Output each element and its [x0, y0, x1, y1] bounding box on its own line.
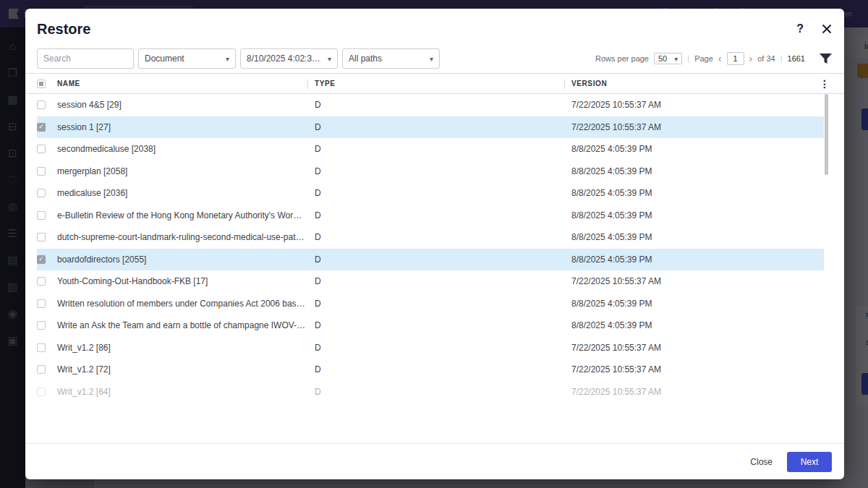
- row-checkbox[interactable]: [37, 123, 46, 132]
- row-type: D: [315, 254, 571, 265]
- row-version: 8/8/2025 4:05:39 PM: [571, 320, 824, 330]
- column-header-type[interactable]: TYPE: [315, 80, 571, 87]
- filter-bar: Document ▾ 8/10/2025 4:02:37... ▾ All pa…: [37, 48, 833, 69]
- table-row[interactable]: mergerplan [2058]D8/8/2025 4:05:39 PM: [37, 160, 824, 183]
- table-row[interactable]: Writ_v1.2 [64]D7/22/2025 10:55:37 AM: [37, 381, 824, 403]
- column-options-icon[interactable]: ⋮: [820, 78, 830, 90]
- search-input[interactable]: [43, 53, 127, 64]
- table-row[interactable]: medicaluse [2036]D8/8/2025 4:05:39 PM: [37, 182, 824, 205]
- dialog-footer: Close Next: [25, 443, 844, 479]
- row-checkbox[interactable]: [37, 145, 46, 153]
- row-type: D: [315, 166, 571, 176]
- rows-per-page-label: Rows per page: [595, 54, 649, 63]
- row-type: D: [315, 343, 571, 353]
- column-divider: [564, 80, 565, 89]
- screen: iManage m@imanage.com ⌂❒▦⊟⊡♡◎☰▤▥◉▣: [0, 0, 868, 488]
- table-row[interactable]: session 1 [27]D7/22/2025 10:55:37 AM: [37, 116, 824, 139]
- row-version: 7/22/2025 10:55:37 AM: [571, 276, 824, 286]
- divider: |: [780, 54, 783, 63]
- row-checkbox[interactable]: [37, 365, 46, 374]
- scrollbar-thumb[interactable]: [825, 94, 828, 175]
- row-version: 7/22/2025 10:55:37 AM: [571, 343, 824, 353]
- row-checkbox[interactable]: [37, 343, 46, 352]
- next-page-button[interactable]: ›: [749, 54, 753, 63]
- row-version: 8/8/2025 4:05:39 PM: [571, 188, 824, 198]
- paths-filter-dropdown[interactable]: All paths ▾: [342, 48, 440, 69]
- table-row[interactable]: Written resolution of members under Comp…: [37, 293, 824, 315]
- row-checkbox[interactable]: [37, 100, 46, 109]
- table-row[interactable]: Writ_v1.2 [72]D7/22/2025 10:55:37 AM: [37, 359, 824, 381]
- row-version: 7/22/2025 10:55:37 AM: [571, 387, 824, 397]
- table-row[interactable]: session 4&5 [29]D7/22/2025 10:55:37 AM: [37, 94, 824, 116]
- table-row[interactable]: secondmedicaluse [2038]D8/8/2025 4:05:39…: [37, 138, 824, 160]
- chevron-down-icon: ▾: [226, 55, 229, 63]
- row-checkbox[interactable]: [37, 321, 46, 330]
- row-version: 8/8/2025 4:05:39 PM: [571, 210, 824, 221]
- row-version: 8/8/2025 4:05:39 PM: [571, 232, 824, 242]
- row-checkbox[interactable]: [37, 167, 46, 176]
- total-count: 1661: [788, 54, 805, 63]
- rows-per-page-select[interactable]: 50 ▾: [654, 53, 682, 64]
- table-header: NAME TYPE VERSION ⋮: [25, 73, 844, 94]
- paths-filter-value: All paths: [349, 53, 382, 64]
- table-body: session 4&5 [29]D7/22/2025 10:55:37 AMse…: [25, 94, 844, 403]
- row-type: D: [315, 276, 571, 286]
- row-version: 8/8/2025 4:05:39 PM: [571, 254, 824, 265]
- row-name: Writ_v1.2 [86]: [57, 343, 315, 353]
- previous-page-button[interactable]: ‹: [718, 54, 722, 63]
- row-type: D: [315, 320, 571, 330]
- column-header-name[interactable]: NAME: [57, 80, 315, 87]
- select-all-checkbox[interactable]: [37, 80, 46, 88]
- search-field[interactable]: [37, 48, 134, 69]
- date-filter-value: 8/10/2025 4:02:37...: [247, 53, 323, 64]
- page-count-label: of 34: [757, 54, 775, 63]
- row-name: Written resolution of members under Comp…: [57, 299, 315, 309]
- row-name: secondmedicaluse [2038]: [57, 144, 315, 154]
- table-row[interactable]: dutch-supreme-court-landmark-ruling-seco…: [37, 226, 824, 249]
- date-filter-dropdown[interactable]: 8/10/2025 4:02:37... ▾: [240, 48, 338, 69]
- dialog-header: Restore ?: [37, 17, 833, 40]
- next-button[interactable]: Next: [787, 452, 832, 472]
- close-button[interactable]: Close: [750, 457, 773, 467]
- row-checkbox[interactable]: [37, 189, 46, 197]
- row-checkbox[interactable]: [37, 277, 46, 286]
- table-row[interactable]: boardofdirectors [2055]D8/8/2025 4:05:39…: [37, 249, 824, 271]
- table-row[interactable]: e-Bulletin Review of the Hong Kong Monet…: [37, 205, 824, 227]
- row-type: D: [315, 188, 571, 198]
- row-checkbox[interactable]: [37, 255, 46, 264]
- row-name: session 4&5 [29]: [57, 100, 315, 110]
- row-name: dutch-supreme-court-landmark-ruling-seco…: [57, 232, 315, 242]
- row-checkbox[interactable]: [37, 233, 46, 241]
- row-name: Writ_v1.2 [72]: [57, 364, 315, 374]
- row-checkbox[interactable]: [37, 211, 46, 220]
- row-version: 7/22/2025 10:55:37 AM: [571, 122, 824, 132]
- row-type: D: [315, 299, 571, 309]
- filter-funnel-icon[interactable]: [819, 53, 833, 65]
- table-row[interactable]: Write an Ask the Team and earn a bottle …: [37, 314, 824, 337]
- table-row[interactable]: Writ_v1.2 [86]D7/22/2025 10:55:37 AM: [37, 337, 824, 359]
- row-name: e-Bulletin Review of the Hong Kong Monet…: [57, 210, 315, 221]
- row-type: D: [315, 100, 571, 110]
- row-checkbox[interactable]: [37, 299, 46, 308]
- row-name: Write an Ask the Team and earn a bottle …: [57, 320, 315, 330]
- close-icon[interactable]: [821, 23, 833, 35]
- row-version: 8/8/2025 4:05:39 PM: [571, 144, 824, 154]
- divider: |: [687, 54, 689, 63]
- row-version: 8/8/2025 4:05:39 PM: [571, 299, 824, 309]
- row-name: medicaluse [2036]: [57, 188, 315, 198]
- column-header-version[interactable]: VERSION: [571, 80, 844, 87]
- chevron-down-icon: ▾: [430, 55, 433, 63]
- column-divider: [307, 80, 308, 89]
- row-checkbox[interactable]: [37, 388, 46, 396]
- row-type: D: [315, 387, 571, 397]
- rows-per-page-value: 50: [658, 54, 667, 63]
- row-type: D: [315, 364, 571, 374]
- table-row[interactable]: Youth-Coming-Out-Handbook-FKB [17]D7/22/…: [37, 270, 824, 293]
- page-input[interactable]: [727, 52, 744, 65]
- row-type: D: [315, 144, 571, 154]
- pagination: Rows per page 50 ▾ | Page ‹ › of 34 | 16…: [595, 52, 833, 65]
- help-icon[interactable]: ?: [796, 22, 804, 35]
- row-version: 7/22/2025 10:55:37 AM: [571, 100, 824, 110]
- page-label: Page: [694, 54, 713, 63]
- type-filter-dropdown[interactable]: Document ▾: [138, 48, 236, 69]
